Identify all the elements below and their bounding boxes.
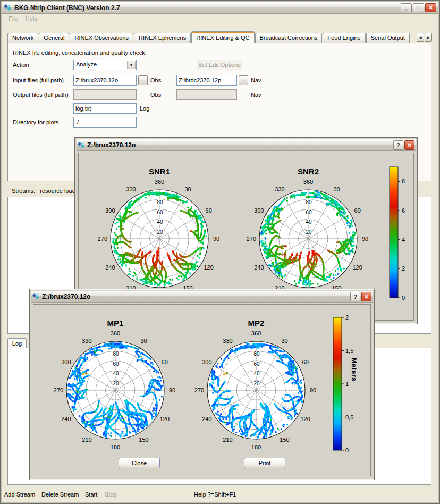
mp-skyplots-canvas: 3603060901201501802102402703003308060402… bbox=[33, 305, 371, 477]
svg-text:330: 330 bbox=[275, 186, 284, 192]
title-bar[interactable]: BKG Ntrip Client (BNC) Version 2.7 ▁ □ ✕ bbox=[2, 2, 438, 14]
svg-text:150: 150 bbox=[280, 436, 289, 443]
svg-text:60: 60 bbox=[306, 209, 312, 215]
delete-stream-button[interactable]: Delete Stream bbox=[41, 491, 79, 498]
svg-text:300: 300 bbox=[61, 359, 71, 365]
maximize-button[interactable]: □ bbox=[413, 3, 424, 12]
svg-text:120: 120 bbox=[204, 264, 213, 271]
svg-text:330: 330 bbox=[223, 338, 232, 344]
snr-dialog-title-bar[interactable]: Z:/brux2370.12o ? ✕ bbox=[77, 139, 416, 151]
tab-feed-engine[interactable]: Feed Engine bbox=[323, 33, 365, 43]
svg-text:1,5: 1,5 bbox=[345, 348, 353, 354]
svg-text:360: 360 bbox=[251, 330, 261, 337]
bnc-icon bbox=[78, 141, 85, 149]
svg-text:90: 90 bbox=[362, 236, 368, 242]
menu-bar: File Help bbox=[2, 14, 438, 24]
svg-text:60: 60 bbox=[354, 207, 361, 214]
output-obs-field bbox=[73, 89, 137, 100]
svg-text:2: 2 bbox=[345, 314, 349, 321]
output-obs-suffix-label: Obs bbox=[150, 89, 161, 100]
svg-text:0: 0 bbox=[402, 295, 405, 301]
svg-text:2: 2 bbox=[402, 265, 405, 272]
svg-text:360: 360 bbox=[155, 179, 164, 185]
tab-log[interactable]: Log bbox=[7, 338, 27, 348]
output-files-label: Output files (full path) bbox=[13, 89, 69, 100]
output-nav-field bbox=[176, 89, 237, 100]
mp-dialog-title-bar[interactable]: Z:/brux2370.12o ? ✕ bbox=[31, 291, 373, 303]
svg-text:80: 80 bbox=[306, 199, 312, 205]
menu-help[interactable]: Help bbox=[22, 14, 41, 24]
tab-serial-output[interactable]: Serial Output bbox=[366, 33, 410, 43]
stop-button: Stop bbox=[105, 491, 117, 498]
svg-text:150: 150 bbox=[139, 436, 148, 443]
svg-text:270: 270 bbox=[54, 387, 63, 393]
streams-header: Streams: resource load bbox=[12, 188, 75, 194]
close-dialog-button[interactable]: Close bbox=[119, 458, 160, 468]
svg-text:180: 180 bbox=[251, 444, 261, 450]
svg-text:30: 30 bbox=[184, 186, 191, 192]
app-icon bbox=[4, 4, 12, 12]
output-nav-suffix-label: Nav bbox=[251, 89, 261, 100]
svg-text:90: 90 bbox=[310, 387, 316, 393]
svg-text:80: 80 bbox=[253, 351, 260, 357]
nav-suffix-label: Nav bbox=[251, 75, 261, 86]
browse-obs-button[interactable]: ... bbox=[138, 75, 148, 85]
help-shortcut-label: Help ?=Shift+F1 bbox=[194, 491, 236, 498]
set-edit-options-button: Set Edit Options bbox=[197, 60, 242, 70]
action-selected-value: Analyze bbox=[76, 61, 97, 68]
plots-dir-field[interactable] bbox=[73, 117, 137, 128]
svg-text:80: 80 bbox=[157, 199, 163, 205]
svg-text:360: 360 bbox=[111, 330, 120, 337]
svg-text:40: 40 bbox=[113, 371, 119, 376]
svg-text:6: 6 bbox=[402, 207, 405, 214]
svg-text:270: 270 bbox=[98, 236, 107, 242]
close-icon[interactable]: ✕ bbox=[404, 140, 414, 150]
help-button[interactable]: ? bbox=[350, 292, 360, 301]
tab-general[interactable]: General bbox=[39, 33, 69, 43]
tab-network[interactable]: Network bbox=[7, 33, 38, 43]
svg-text:40: 40 bbox=[306, 219, 312, 225]
svg-text:30: 30 bbox=[333, 186, 340, 192]
svg-text:120: 120 bbox=[159, 416, 169, 422]
svg-text:210: 210 bbox=[223, 436, 232, 443]
tab-scroll-left-button[interactable]: ◀ bbox=[417, 33, 424, 42]
svg-text:60: 60 bbox=[302, 359, 309, 365]
svg-text:270: 270 bbox=[247, 236, 256, 242]
svg-text:330: 330 bbox=[82, 338, 91, 344]
svg-text:60: 60 bbox=[157, 209, 163, 215]
tab-rinex-ephemeris[interactable]: RINEX Ephemeris bbox=[134, 33, 191, 43]
help-button[interactable]: ? bbox=[393, 140, 403, 150]
svg-text:60: 60 bbox=[253, 361, 260, 367]
svg-text:300: 300 bbox=[202, 359, 211, 365]
action-select[interactable]: Analyze ▼ bbox=[73, 60, 137, 70]
print-button[interactable]: Print bbox=[244, 458, 285, 468]
obs-suffix-label: Obs bbox=[150, 75, 161, 86]
close-icon[interactable]: ✕ bbox=[361, 292, 371, 301]
tab-broadcast-corrections[interactable]: Broadcast Corrections bbox=[255, 33, 323, 43]
start-button[interactable]: Start bbox=[85, 491, 97, 498]
add-stream-button[interactable]: Add Stream bbox=[4, 491, 35, 498]
svg-text:40: 40 bbox=[157, 219, 163, 225]
chevron-down-icon[interactable]: ▼ bbox=[127, 61, 136, 69]
menu-file[interactable]: File bbox=[5, 14, 22, 24]
tab-rinex-editing-qc[interactable]: RINEX Editing & QC bbox=[191, 31, 254, 43]
window-title: BKG Ntrip Client (BNC) Version 2.7 bbox=[14, 4, 400, 12]
browse-nav-button[interactable]: ... bbox=[239, 75, 248, 85]
logfile-field[interactable] bbox=[73, 103, 137, 114]
close-button[interactable]: ✕ bbox=[425, 3, 436, 12]
tab-scroll-right-button[interactable]: ▶ bbox=[425, 33, 432, 42]
panel-description: RINEX file editing, concatenation and qu… bbox=[13, 47, 147, 58]
input-nav-field[interactable] bbox=[176, 75, 237, 86]
svg-text:20: 20 bbox=[306, 229, 312, 235]
svg-text:1: 1 bbox=[345, 381, 349, 387]
svg-text:20: 20 bbox=[157, 229, 163, 235]
svg-text:330: 330 bbox=[126, 186, 136, 192]
tab-strip: Network General RINEX Observations RINEX… bbox=[7, 32, 418, 43]
minimize-button[interactable]: ▁ bbox=[401, 3, 412, 12]
bnc-icon bbox=[32, 293, 40, 300]
svg-text:90: 90 bbox=[213, 236, 219, 242]
svg-text:210: 210 bbox=[82, 436, 91, 443]
svg-text:300: 300 bbox=[105, 207, 115, 214]
tab-rinex-observations[interactable]: RINEX Observations bbox=[70, 33, 133, 43]
input-obs-field[interactable] bbox=[73, 75, 137, 86]
